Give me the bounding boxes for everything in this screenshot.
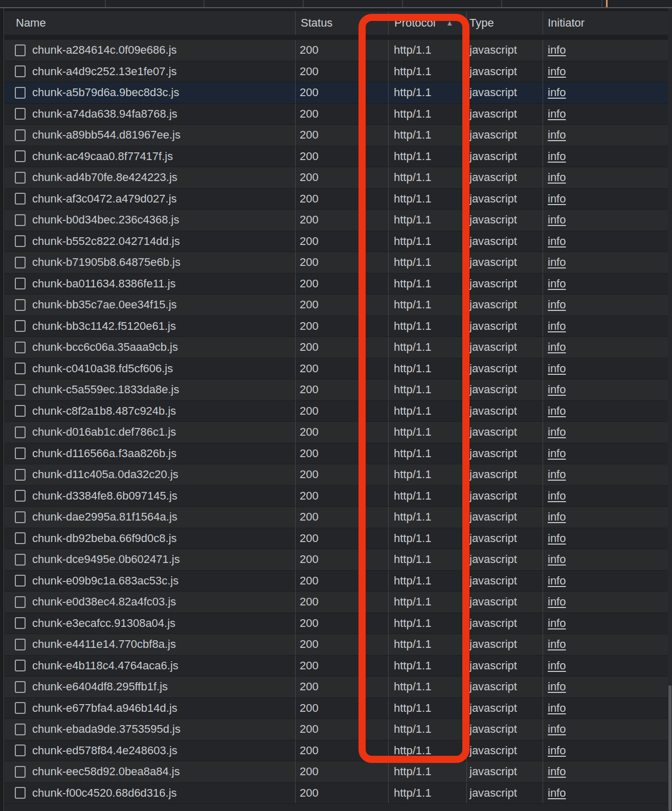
row-checkbox[interactable] bbox=[15, 554, 26, 566]
initiator-info-link[interactable]: info bbox=[548, 171, 566, 184]
row-checkbox[interactable] bbox=[15, 257, 26, 268]
initiator-info-link[interactable]: info bbox=[548, 659, 566, 672]
table-row[interactable]: chunk-e0d38ec4.82a4fc03.js 200 http/1.1 … bbox=[5, 592, 668, 613]
initiator-info-link[interactable]: info bbox=[548, 532, 566, 545]
table-row[interactable]: chunk-a5b79d6a.9bec8d3c.js 200 http/1.1 … bbox=[5, 82, 668, 104]
table-row[interactable]: chunk-ebada9de.3753595d.js 200 http/1.1 … bbox=[5, 719, 668, 740]
initiator-info-link[interactable]: info bbox=[548, 65, 566, 78]
initiator-info-link[interactable]: info bbox=[548, 638, 566, 650]
initiator-info-link[interactable]: info bbox=[548, 447, 566, 460]
row-checkbox[interactable] bbox=[15, 172, 26, 184]
initiator-info-link[interactable]: info bbox=[548, 680, 566, 693]
table-row[interactable]: chunk-a284614c.0f09e686.js 200 http/1.1 … bbox=[5, 40, 668, 61]
scrollbar-thumb[interactable] bbox=[668, 685, 671, 811]
table-row[interactable]: chunk-bb35c7ae.0ee34f15.js 200 http/1.1 … bbox=[5, 295, 668, 316]
row-checkbox[interactable] bbox=[15, 469, 26, 481]
table-row[interactable]: chunk-ad4b70fe.8e424223.js 200 http/1.1 … bbox=[5, 167, 668, 189]
table-row[interactable]: chunk-c5a559ec.1833da8e.js 200 http/1.1 … bbox=[5, 379, 668, 401]
table-row[interactable]: chunk-e6404df8.295ffb1f.js 200 http/1.1 … bbox=[5, 677, 668, 698]
row-checkbox[interactable] bbox=[15, 214, 26, 226]
initiator-info-link[interactable]: info bbox=[548, 86, 566, 99]
initiator-info-link[interactable]: info bbox=[548, 341, 566, 353]
initiator-info-link[interactable]: info bbox=[548, 362, 566, 375]
initiator-info-link[interactable]: info bbox=[548, 43, 566, 56]
initiator-info-link[interactable]: info bbox=[548, 723, 566, 735]
row-checkbox[interactable] bbox=[15, 447, 26, 459]
row-checkbox[interactable] bbox=[15, 766, 26, 778]
row-checkbox[interactable] bbox=[15, 660, 26, 671]
table-row[interactable]: chunk-e4411e14.770cbf8a.js 200 http/1.1 … bbox=[5, 634, 668, 656]
table-row[interactable]: chunk-dae2995a.81f1564a.js 200 http/1.1 … bbox=[5, 507, 668, 528]
row-checkbox[interactable] bbox=[15, 532, 26, 544]
row-checkbox[interactable] bbox=[15, 363, 26, 374]
row-checkbox[interactable] bbox=[15, 342, 26, 353]
table-row[interactable]: chunk-c8f2a1b8.487c924b.js 200 http/1.1 … bbox=[5, 401, 668, 422]
table-row[interactable]: chunk-eec58d92.0bea8a84.js 200 http/1.1 … bbox=[5, 761, 668, 783]
table-row[interactable]: chunk-dce9495e.0b602471.js 200 http/1.1 … bbox=[5, 549, 668, 571]
table-row[interactable]: chunk-d016ab1c.def786c1.js 200 http/1.1 … bbox=[5, 422, 668, 443]
table-row[interactable]: chunk-e677bfa4.a946b14d.js 200 http/1.1 … bbox=[5, 698, 668, 719]
initiator-info-link[interactable]: info bbox=[548, 404, 566, 417]
initiator-info-link[interactable]: info bbox=[548, 277, 566, 290]
row-checkbox[interactable] bbox=[15, 681, 26, 693]
row-checkbox[interactable] bbox=[15, 596, 26, 608]
row-checkbox[interactable] bbox=[15, 702, 26, 714]
table-row[interactable]: chunk-f00c4520.68d6d316.js 200 http/1.1 … bbox=[5, 783, 668, 804]
table-row[interactable]: chunk-d116566a.f3aa826b.js 200 http/1.1 … bbox=[5, 443, 668, 465]
row-checkbox[interactable] bbox=[15, 193, 26, 205]
row-checkbox[interactable] bbox=[15, 426, 26, 438]
row-checkbox[interactable] bbox=[15, 724, 26, 735]
initiator-info-link[interactable]: info bbox=[548, 235, 566, 247]
column-header-name[interactable]: Name bbox=[5, 11, 295, 35]
initiator-info-link[interactable]: info bbox=[548, 213, 566, 226]
row-checkbox[interactable] bbox=[15, 108, 26, 120]
column-header-type[interactable]: Type bbox=[466, 11, 543, 35]
table-row[interactable]: chunk-a74da638.94fa8768.js 200 http/1.1 … bbox=[5, 104, 668, 125]
table-row[interactable]: chunk-c0410a38.fd5cf606.js 200 http/1.1 … bbox=[5, 358, 668, 380]
row-checkbox[interactable] bbox=[15, 44, 26, 56]
initiator-info-link[interactable]: info bbox=[548, 107, 566, 120]
column-header-protocol[interactable]: Protocol ▲ bbox=[388, 11, 466, 35]
initiator-info-link[interactable]: info bbox=[548, 468, 566, 481]
table-row[interactable]: chunk-e3ecafcc.91308a04.js 200 http/1.1 … bbox=[5, 613, 668, 635]
initiator-info-link[interactable]: info bbox=[548, 425, 566, 438]
row-checkbox[interactable] bbox=[15, 278, 26, 289]
row-checkbox[interactable] bbox=[15, 129, 26, 141]
row-checkbox[interactable] bbox=[15, 299, 26, 311]
initiator-info-link[interactable]: info bbox=[548, 298, 566, 311]
table-row[interactable]: chunk-ba011634.8386fe11.js 200 http/1.1 … bbox=[5, 274, 668, 295]
row-checkbox[interactable] bbox=[15, 745, 26, 756]
initiator-info-link[interactable]: info bbox=[548, 617, 566, 629]
table-row[interactable]: chunk-e4b118c4.4764aca6.js 200 http/1.1 … bbox=[5, 656, 668, 677]
initiator-info-link[interactable]: info bbox=[548, 702, 566, 714]
row-checkbox[interactable] bbox=[15, 405, 26, 417]
initiator-info-link[interactable]: info bbox=[548, 765, 566, 778]
table-row[interactable]: chunk-a89bb544.d81967ee.js 200 http/1.1 … bbox=[5, 125, 668, 146]
table-row[interactable]: chunk-b552c822.042714dd.js 200 http/1.1 … bbox=[5, 231, 668, 253]
initiator-info-link[interactable]: info bbox=[548, 574, 566, 587]
initiator-info-link[interactable]: info bbox=[548, 320, 566, 332]
row-checkbox[interactable] bbox=[15, 617, 26, 629]
row-checkbox[interactable] bbox=[15, 87, 26, 99]
initiator-info-link[interactable]: info bbox=[548, 256, 566, 268]
row-checkbox[interactable] bbox=[15, 787, 26, 799]
table-row[interactable]: chunk-d3384fe8.6b097145.js 200 http/1.1 … bbox=[5, 486, 668, 507]
initiator-info-link[interactable]: info bbox=[548, 510, 566, 523]
row-checkbox[interactable] bbox=[15, 511, 26, 523]
table-row[interactable]: chunk-d11c405a.0da32c20.js 200 http/1.1 … bbox=[5, 464, 668, 486]
table-row[interactable]: chunk-bcc6c06a.35aaa9cb.js 200 http/1.1 … bbox=[5, 337, 668, 358]
row-checkbox[interactable] bbox=[15, 150, 26, 162]
row-checkbox[interactable] bbox=[15, 639, 26, 650]
initiator-info-link[interactable]: info bbox=[548, 128, 566, 141]
initiator-info-link[interactable]: info bbox=[548, 786, 566, 799]
initiator-info-link[interactable]: info bbox=[548, 150, 566, 163]
table-row[interactable]: chunk-bb3c1142.f5120e61.js 200 http/1.1 … bbox=[5, 316, 668, 337]
row-checkbox[interactable] bbox=[15, 65, 26, 77]
table-row[interactable]: chunk-af3c0472.a479d027.js 200 http/1.1 … bbox=[5, 189, 668, 210]
initiator-info-link[interactable]: info bbox=[548, 595, 566, 608]
row-checkbox[interactable] bbox=[15, 575, 26, 587]
row-checkbox[interactable] bbox=[15, 235, 26, 247]
initiator-info-link[interactable]: info bbox=[548, 192, 566, 205]
table-row[interactable]: chunk-ac49caa0.8f77417f.js 200 http/1.1 … bbox=[5, 146, 668, 168]
table-row[interactable]: chunk-ed578f84.4e248603.js 200 http/1.1 … bbox=[5, 740, 668, 762]
